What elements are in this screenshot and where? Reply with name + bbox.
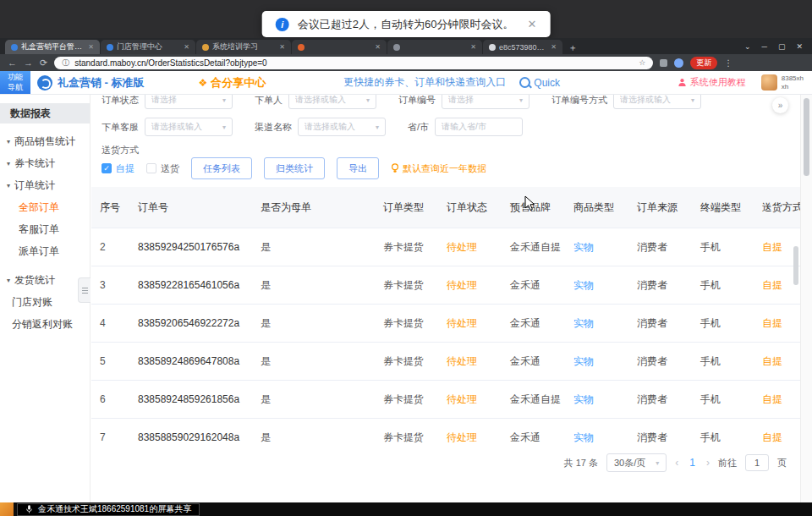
chevron-down-icon: ▾ (222, 124, 226, 131)
tab-title: 门店管理中心 (117, 41, 180, 52)
prev-page-icon[interactable]: ‹ (675, 457, 678, 469)
screen-share-indicator[interactable]: 金禾通技术王斌18662591081的屏幕共享 (17, 503, 200, 516)
browser-tab[interactable]: 系统培训学习✕ (196, 40, 291, 54)
export-button[interactable]: 导出 (337, 157, 379, 179)
table-cell: 券卡提货 (375, 228, 438, 266)
main-content: » 订单状态请选择▾下单人请选择或输入▾订单编号请选择▾订单编号方式请选择或输入… (91, 95, 800, 502)
extension-icon[interactable] (660, 59, 667, 67)
goods-type-link[interactable]: 实物 (573, 431, 594, 443)
site-info-icon[interactable]: ⓘ (62, 58, 69, 69)
taskbar-avatar (0, 502, 14, 516)
bookmark-star-icon[interactable]: ☆ (639, 58, 645, 67)
table-scrollbar-thumb[interactable] (793, 246, 798, 285)
table-cell: 83859294250176576a (129, 228, 252, 266)
quick-search-button[interactable]: Quick (519, 77, 560, 89)
filter-placeholder: 请选择或输入 (295, 95, 346, 106)
tab-close-icon[interactable]: ✕ (470, 43, 476, 51)
table-cell: 是 (252, 381, 375, 419)
forward-icon[interactable]: → (24, 58, 33, 68)
table-cell: 是 (252, 266, 375, 305)
delivery-checkbox[interactable]: ✓自提 (102, 162, 134, 175)
filter-select[interactable]: 请选择或输入▾ (145, 118, 233, 136)
sidebar-item[interactable]: ▾订单统计 (0, 174, 90, 196)
filter-select[interactable]: 请选择或输入▾ (613, 95, 701, 109)
sidebar-item[interactable]: 分销返利对账 (0, 313, 90, 335)
sidebar-item[interactable]: 派单订单 (0, 240, 90, 262)
goods-type-link[interactable]: 实物 (573, 241, 594, 253)
tab-close-icon[interactable]: ✕ (551, 43, 557, 51)
user-menu[interactable]: 8385xh xh (761, 74, 804, 91)
filter-label: 下单人 (255, 95, 283, 107)
refresh-icon[interactable]: ⟳ (40, 58, 47, 68)
task-list-button[interactable]: 任务列表 (191, 157, 252, 179)
sidebar-item[interactable]: ▾商品销售统计 (0, 130, 90, 152)
sidebar-item-label: 分销返利对账 (12, 317, 73, 332)
close-icon[interactable]: ✕ (527, 18, 536, 30)
window-close-icon[interactable]: ✕ (796, 42, 803, 51)
goods-type-link[interactable]: 实物 (573, 279, 594, 291)
minimize-icon[interactable]: ─ (762, 42, 767, 51)
sidebar: 数据报表 ▾商品销售统计▾券卡统计▾订单统计全部订单客服订单派单订单▾发货统计门… (0, 95, 91, 502)
column-header: 预售品牌 (502, 187, 565, 228)
orders-table-wrap: 序号订单号是否为母单订单类型订单状态预售品牌商品类型订单来源终端类型送货方式 2… (91, 187, 800, 446)
browser-update-button[interactable]: 更新 (690, 57, 717, 69)
table-row: 683858924859261856a是券卡提货待处理金禾通自提实物消费者手机自… (91, 381, 800, 419)
delivery-checkbox[interactable]: 送货 (146, 162, 179, 175)
status-text: 自提 (762, 317, 782, 329)
quick-entry-link[interactable]: 更快捷的券卡、订单和快递查询入口 (343, 75, 506, 90)
filter-group: 订单状态请选择▾ (102, 95, 233, 109)
new-tab-button[interactable]: ＋ (566, 41, 579, 54)
tutorial-link[interactable]: 系统使用教程 (678, 76, 746, 89)
browser-tab[interactable]: ✕ (387, 40, 482, 54)
page-number-1[interactable]: 1 (687, 457, 698, 469)
sidebar-collapse-handle[interactable] (78, 277, 91, 303)
tab-close-icon[interactable]: ✕ (375, 43, 381, 51)
sidebar-section-data-reports[interactable]: 数据报表 (0, 103, 90, 124)
function-nav-button[interactable]: 功能 导航 (0, 71, 30, 94)
filter-select[interactable]: 请选择或输入▾ (288, 95, 376, 109)
tab-close-icon[interactable]: ✕ (88, 43, 94, 51)
sidebar-item[interactable]: ▾券卡统计 (0, 152, 90, 174)
table-cell: 待处理 (438, 343, 502, 381)
goods-type-link[interactable]: 实物 (573, 317, 594, 329)
sidebar-item[interactable]: ▾发货统计 (0, 269, 90, 291)
table-cell: 83858859029162048a (129, 419, 252, 447)
chevron-down-icon: ▾ (691, 96, 694, 104)
browser-tab[interactable]: 门店管理中心✕ (101, 40, 195, 54)
classify-stats-button[interactable]: 归类统计 (264, 157, 325, 179)
filter-select[interactable]: 请选择▾ (442, 95, 529, 109)
maximize-icon[interactable]: ▢ (778, 42, 786, 51)
browser-tab[interactable]: e8c573980b1328a258fd2e6il✕ (483, 40, 562, 54)
page-size-select[interactable]: 30条/页 ▾ (606, 453, 667, 472)
filter-input[interactable]: 请输入省/市 (435, 118, 523, 136)
sidebar-item-label: 全部订单 (19, 200, 59, 215)
sidebar-item[interactable]: 门店对账 (0, 291, 90, 313)
sidebar-item[interactable]: 全部订单 (0, 196, 90, 218)
page-scrollbar-thumb[interactable] (804, 98, 809, 176)
goto-page-input[interactable]: 1 (745, 454, 769, 471)
goods-type-link[interactable]: 实物 (573, 355, 594, 367)
browser-tab[interactable]: ✕ (292, 40, 387, 54)
sidebar-item[interactable]: 客服订单 (0, 218, 90, 240)
browser-tab[interactable]: 礼盒营销平台管理中心✕ (5, 40, 100, 54)
browser-profile-icon[interactable] (674, 58, 683, 68)
address-bar[interactable]: ⓘ standard.maboy.cn/OrderStatisticsDetai… (54, 57, 653, 69)
browser-menu-icon[interactable]: ⋮ (724, 58, 732, 68)
filter-select[interactable]: 请选择▾ (145, 95, 233, 109)
tab-close-icon[interactable]: ✕ (279, 43, 285, 51)
table-cell: 手机 (692, 228, 754, 266)
filter-select[interactable]: 请选择或输入▾ (298, 118, 386, 136)
filter-label: 省/市 (408, 121, 429, 134)
tab-close-icon[interactable]: ✕ (184, 43, 189, 51)
goods-type-link[interactable]: 实物 (573, 393, 594, 405)
filter-collapse-button[interactable]: » (772, 97, 788, 113)
table-cell: 2 (91, 228, 129, 266)
table-cell: 实物 (565, 381, 628, 419)
share-center-link[interactable]: ❖ 合分享中心 (199, 75, 266, 91)
page-scrollbar[interactable] (800, 95, 812, 502)
back-icon[interactable]: ← (8, 58, 17, 68)
next-page-icon[interactable]: › (706, 457, 710, 469)
tab-search-icon[interactable]: ⌄ (744, 42, 751, 51)
app-logo[interactable]: 礼盒营销 - 标准版 (37, 75, 145, 91)
table-cell: 是 (252, 228, 375, 266)
